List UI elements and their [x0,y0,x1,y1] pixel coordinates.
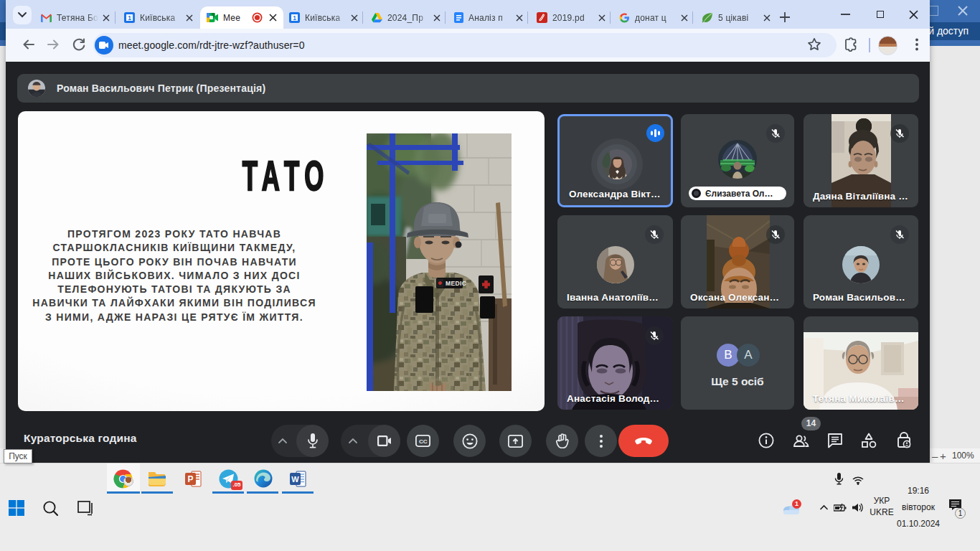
svg-text:1: 1 [293,14,296,22]
svg-text:P: P [187,474,193,484]
svg-text:1: 1 [128,14,131,22]
svg-text:CC: CC [419,438,428,445]
svg-text:W: W [291,475,299,484]
svg-text:MEDIC: MEDIC [446,280,466,287]
